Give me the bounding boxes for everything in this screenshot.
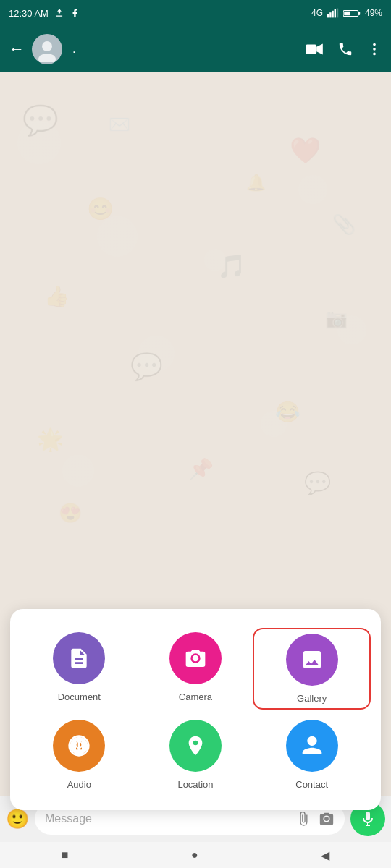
status-right: 4G 49% [311, 8, 382, 18]
nav-bar: ■ ● ◀ [0, 842, 391, 868]
svg-rect-11 [306, 45, 316, 54]
voice-call-icon[interactable] [337, 41, 353, 57]
svg-point-15 [373, 53, 376, 56]
svg-text:🌟: 🌟 [37, 427, 64, 453]
attach-item-audio[interactable]: Audio [25, 720, 134, 790]
facebook-icon [70, 8, 80, 18]
gallery-circle [286, 634, 338, 686]
audio-label: Audio [67, 779, 91, 790]
svg-rect-1 [329, 12, 331, 17]
audio-circle [53, 720, 105, 772]
svg-rect-0 [327, 14, 329, 18]
nav-home-button[interactable]: ● [191, 848, 198, 861]
message-placeholder[interactable]: Message [45, 812, 295, 825]
svg-rect-6 [358, 12, 360, 15]
svg-rect-4 [337, 9, 338, 18]
contact-label: Contact [295, 779, 328, 790]
svg-point-13 [373, 43, 376, 46]
svg-text:😂: 😂 [275, 400, 300, 424]
svg-rect-3 [335, 9, 336, 17]
svg-text:📌: 📌 [188, 457, 214, 481]
battery-icon [343, 9, 361, 18]
svg-text:🔔: 🔔 [246, 173, 266, 192]
camera-circle [169, 632, 222, 684]
contact-name[interactable]: . [72, 42, 298, 56]
svg-text:🎵: 🎵 [217, 252, 246, 280]
emoji-button[interactable]: 🙂 [6, 808, 29, 830]
svg-rect-2 [332, 11, 333, 18]
svg-text:📷: 📷 [325, 307, 348, 330]
contact-circle [286, 720, 338, 772]
signal-icon [327, 8, 339, 18]
document-label: Document [58, 692, 101, 702]
nav-back-button[interactable]: ◀ [321, 848, 329, 862]
svg-text:📎: 📎 [332, 213, 356, 236]
svg-point-9 [42, 41, 52, 51]
attach-item-contact[interactable]: Contact [257, 720, 366, 790]
avatar[interactable] [32, 34, 62, 64]
video-call-icon[interactable] [306, 42, 324, 56]
input-actions [295, 811, 335, 827]
camera-label: Camera [179, 692, 212, 702]
network-label: 4G [311, 8, 323, 18]
svg-text:😍: 😍 [59, 501, 83, 524]
battery-label: 49% [365, 8, 382, 18]
attachment-icon[interactable] [295, 811, 311, 827]
svg-text:💬: 💬 [22, 103, 59, 137]
attach-item-document[interactable]: Document [25, 632, 134, 705]
attach-grid: Document Camera Gallery [25, 632, 366, 790]
document-circle [53, 632, 105, 684]
svg-text:👍: 👍 [44, 284, 70, 308]
location-label: Location [177, 779, 213, 790]
chat-background: 💬 😊 ❤️ 👍 🎵 📷 💬 😂 🌟 📌 📎 🔔 ✉️ 💬 😍 [0, 72, 391, 541]
svg-marker-12 [316, 43, 323, 54]
toolbar-actions [306, 41, 382, 57]
location-circle [169, 720, 222, 772]
attach-popup: Document Camera Gallery [10, 609, 381, 810]
svg-rect-7 [344, 11, 350, 15]
svg-text:❤️: ❤️ [290, 135, 321, 166]
toolbar: ← . [0, 26, 391, 72]
svg-text:💬: 💬 [304, 470, 332, 496]
status-left: 12:30 AM [9, 8, 80, 19]
more-options-icon[interactable] [366, 41, 382, 57]
nav-stop-button[interactable]: ■ [62, 848, 69, 861]
attach-item-location[interactable]: Location [141, 720, 251, 790]
download-icon [54, 8, 64, 18]
status-time: 12:30 AM [9, 8, 49, 19]
status-bar: 12:30 AM 4G 49% [0, 0, 391, 26]
svg-text:✉️: ✉️ [109, 114, 130, 135]
svg-point-14 [373, 48, 376, 51]
back-button[interactable]: ← [9, 40, 25, 59]
attach-item-camera[interactable]: Camera [141, 632, 251, 705]
svg-text:😊: 😊 [87, 196, 114, 222]
attach-item-gallery[interactable]: Gallery [253, 628, 371, 710]
gallery-label: Gallery [297, 693, 327, 704]
camera-input-icon[interactable] [319, 811, 335, 827]
svg-text:💬: 💬 [130, 351, 163, 382]
